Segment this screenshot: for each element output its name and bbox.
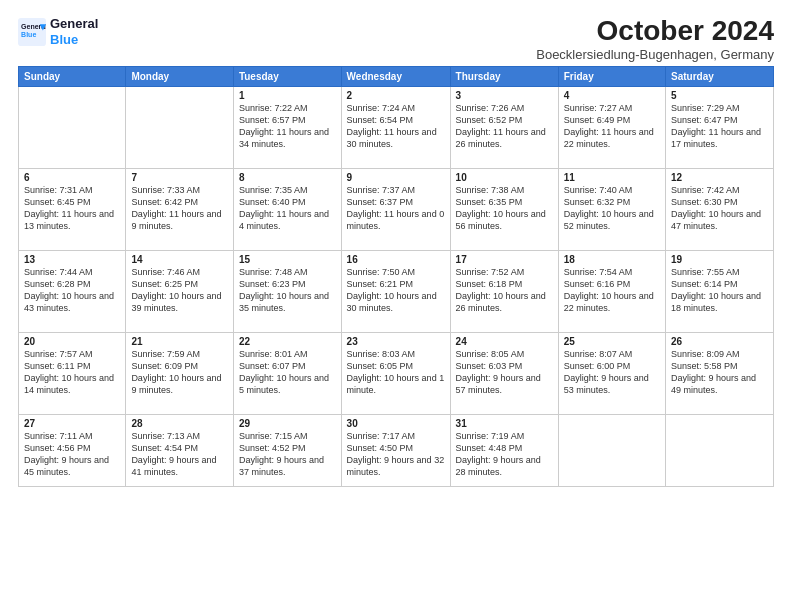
day-number: 9 (347, 172, 445, 183)
table-row (19, 86, 126, 168)
day-info: Sunrise: 7:22 AM Sunset: 6:57 PM Dayligh… (239, 102, 336, 151)
day-info: Sunrise: 7:54 AM Sunset: 6:16 PM Dayligh… (564, 266, 660, 315)
day-number: 19 (671, 254, 768, 265)
day-number: 5 (671, 90, 768, 101)
day-info: Sunrise: 7:27 AM Sunset: 6:49 PM Dayligh… (564, 102, 660, 151)
day-info: Sunrise: 8:01 AM Sunset: 6:07 PM Dayligh… (239, 348, 336, 397)
day-number: 20 (24, 336, 120, 347)
logo: General Blue General Blue (18, 16, 98, 47)
day-number: 26 (671, 336, 768, 347)
day-info: Sunrise: 8:07 AM Sunset: 6:00 PM Dayligh… (564, 348, 660, 397)
table-row: 15Sunrise: 7:48 AM Sunset: 6:23 PM Dayli… (233, 250, 341, 332)
day-number: 27 (24, 418, 120, 429)
table-row: 7Sunrise: 7:33 AM Sunset: 6:42 PM Daylig… (126, 168, 234, 250)
table-row: 19Sunrise: 7:55 AM Sunset: 6:14 PM Dayli… (666, 250, 774, 332)
month-title: October 2024 (536, 16, 774, 47)
day-number: 11 (564, 172, 660, 183)
day-number: 15 (239, 254, 336, 265)
day-info: Sunrise: 8:05 AM Sunset: 6:03 PM Dayligh… (456, 348, 553, 397)
table-row: 17Sunrise: 7:52 AM Sunset: 6:18 PM Dayli… (450, 250, 558, 332)
day-info: Sunrise: 7:48 AM Sunset: 6:23 PM Dayligh… (239, 266, 336, 315)
day-number: 21 (131, 336, 228, 347)
table-row: 31Sunrise: 7:19 AM Sunset: 4:48 PM Dayli… (450, 414, 558, 486)
table-row: 1Sunrise: 7:22 AM Sunset: 6:57 PM Daylig… (233, 86, 341, 168)
day-info: Sunrise: 7:55 AM Sunset: 6:14 PM Dayligh… (671, 266, 768, 315)
day-info: Sunrise: 8:09 AM Sunset: 5:58 PM Dayligh… (671, 348, 768, 397)
day-number: 23 (347, 336, 445, 347)
table-row: 6Sunrise: 7:31 AM Sunset: 6:45 PM Daylig… (19, 168, 126, 250)
day-info: Sunrise: 7:24 AM Sunset: 6:54 PM Dayligh… (347, 102, 445, 151)
table-row: 2Sunrise: 7:24 AM Sunset: 6:54 PM Daylig… (341, 86, 450, 168)
day-number: 17 (456, 254, 553, 265)
logo-text: General Blue (50, 16, 98, 47)
day-info: Sunrise: 7:40 AM Sunset: 6:32 PM Dayligh… (564, 184, 660, 233)
col-sunday: Sunday (19, 66, 126, 86)
day-number: 25 (564, 336, 660, 347)
table-row: 29Sunrise: 7:15 AM Sunset: 4:52 PM Dayli… (233, 414, 341, 486)
day-number: 29 (239, 418, 336, 429)
day-number: 8 (239, 172, 336, 183)
day-info: Sunrise: 8:03 AM Sunset: 6:05 PM Dayligh… (347, 348, 445, 397)
table-row: 22Sunrise: 8:01 AM Sunset: 6:07 PM Dayli… (233, 332, 341, 414)
day-info: Sunrise: 7:13 AM Sunset: 4:54 PM Dayligh… (131, 430, 228, 479)
day-info: Sunrise: 7:59 AM Sunset: 6:09 PM Dayligh… (131, 348, 228, 397)
day-number: 18 (564, 254, 660, 265)
day-number: 24 (456, 336, 553, 347)
calendar-week-row: 1Sunrise: 7:22 AM Sunset: 6:57 PM Daylig… (19, 86, 774, 168)
day-info: Sunrise: 7:17 AM Sunset: 4:50 PM Dayligh… (347, 430, 445, 479)
table-row: 4Sunrise: 7:27 AM Sunset: 6:49 PM Daylig… (558, 86, 665, 168)
col-tuesday: Tuesday (233, 66, 341, 86)
day-number: 7 (131, 172, 228, 183)
day-number: 1 (239, 90, 336, 101)
page: General Blue General Blue October 2024 B… (0, 0, 792, 612)
svg-text:Blue: Blue (21, 31, 36, 38)
day-info: Sunrise: 7:46 AM Sunset: 6:25 PM Dayligh… (131, 266, 228, 315)
table-row: 5Sunrise: 7:29 AM Sunset: 6:47 PM Daylig… (666, 86, 774, 168)
table-row (666, 414, 774, 486)
day-info: Sunrise: 7:26 AM Sunset: 6:52 PM Dayligh… (456, 102, 553, 151)
col-monday: Monday (126, 66, 234, 86)
table-row: 25Sunrise: 8:07 AM Sunset: 6:00 PM Dayli… (558, 332, 665, 414)
col-saturday: Saturday (666, 66, 774, 86)
calendar-header-row: Sunday Monday Tuesday Wednesday Thursday… (19, 66, 774, 86)
table-row: 13Sunrise: 7:44 AM Sunset: 6:28 PM Dayli… (19, 250, 126, 332)
calendar-week-row: 27Sunrise: 7:11 AM Sunset: 4:56 PM Dayli… (19, 414, 774, 486)
day-number: 30 (347, 418, 445, 429)
calendar-week-row: 20Sunrise: 7:57 AM Sunset: 6:11 PM Dayli… (19, 332, 774, 414)
calendar-week-row: 13Sunrise: 7:44 AM Sunset: 6:28 PM Dayli… (19, 250, 774, 332)
calendar-week-row: 6Sunrise: 7:31 AM Sunset: 6:45 PM Daylig… (19, 168, 774, 250)
day-number: 10 (456, 172, 553, 183)
day-number: 12 (671, 172, 768, 183)
table-row: 12Sunrise: 7:42 AM Sunset: 6:30 PM Dayli… (666, 168, 774, 250)
table-row: 8Sunrise: 7:35 AM Sunset: 6:40 PM Daylig… (233, 168, 341, 250)
table-row (558, 414, 665, 486)
table-row: 9Sunrise: 7:37 AM Sunset: 6:37 PM Daylig… (341, 168, 450, 250)
location-title: Boecklersiedlung-Bugenhagen, Germany (536, 47, 774, 62)
header: General Blue General Blue October 2024 B… (18, 16, 774, 62)
logo-blue: Blue (50, 32, 78, 47)
day-info: Sunrise: 7:52 AM Sunset: 6:18 PM Dayligh… (456, 266, 553, 315)
day-info: Sunrise: 7:29 AM Sunset: 6:47 PM Dayligh… (671, 102, 768, 151)
day-number: 22 (239, 336, 336, 347)
table-row: 18Sunrise: 7:54 AM Sunset: 6:16 PM Dayli… (558, 250, 665, 332)
table-row: 26Sunrise: 8:09 AM Sunset: 5:58 PM Dayli… (666, 332, 774, 414)
day-info: Sunrise: 7:35 AM Sunset: 6:40 PM Dayligh… (239, 184, 336, 233)
day-info: Sunrise: 7:44 AM Sunset: 6:28 PM Dayligh… (24, 266, 120, 315)
table-row: 30Sunrise: 7:17 AM Sunset: 4:50 PM Dayli… (341, 414, 450, 486)
day-info: Sunrise: 7:31 AM Sunset: 6:45 PM Dayligh… (24, 184, 120, 233)
day-number: 3 (456, 90, 553, 101)
day-number: 2 (347, 90, 445, 101)
day-info: Sunrise: 7:33 AM Sunset: 6:42 PM Dayligh… (131, 184, 228, 233)
logo-icon: General Blue (18, 18, 46, 46)
day-number: 14 (131, 254, 228, 265)
table-row: 28Sunrise: 7:13 AM Sunset: 4:54 PM Dayli… (126, 414, 234, 486)
table-row: 24Sunrise: 8:05 AM Sunset: 6:03 PM Dayli… (450, 332, 558, 414)
day-info: Sunrise: 7:11 AM Sunset: 4:56 PM Dayligh… (24, 430, 120, 479)
col-wednesday: Wednesday (341, 66, 450, 86)
table-row: 16Sunrise: 7:50 AM Sunset: 6:21 PM Dayli… (341, 250, 450, 332)
day-info: Sunrise: 7:57 AM Sunset: 6:11 PM Dayligh… (24, 348, 120, 397)
day-info: Sunrise: 7:19 AM Sunset: 4:48 PM Dayligh… (456, 430, 553, 479)
day-number: 31 (456, 418, 553, 429)
day-info: Sunrise: 7:37 AM Sunset: 6:37 PM Dayligh… (347, 184, 445, 233)
table-row: 14Sunrise: 7:46 AM Sunset: 6:25 PM Dayli… (126, 250, 234, 332)
